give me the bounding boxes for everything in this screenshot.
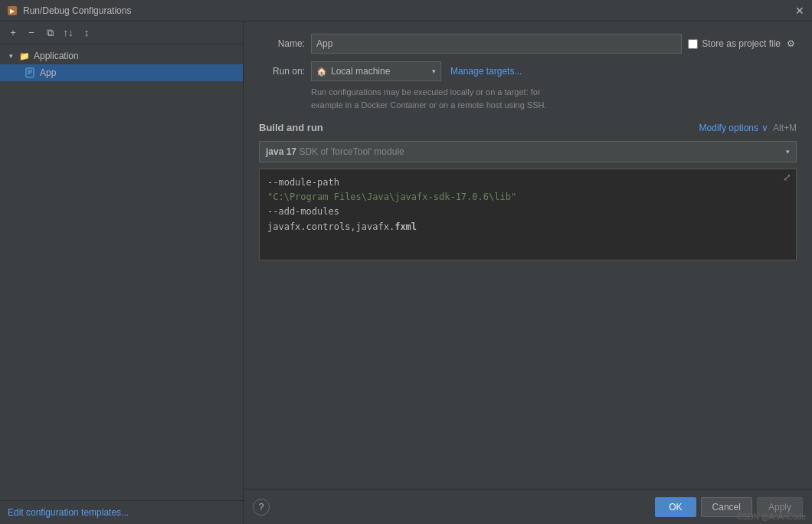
run-on-label: Run on:: [259, 66, 305, 77]
tree-expand-icon: ▾: [6, 51, 15, 61]
store-project-checkbox[interactable]: [688, 39, 698, 49]
name-input[interactable]: [311, 34, 682, 54]
add-config-button[interactable]: +: [5, 25, 21, 41]
sdk-dropdown-arrow-icon: ▾: [786, 148, 790, 156]
run-on-dropdown[interactable]: 🏠 Local machine ▾: [311, 61, 441, 81]
dialog-body: + − ⧉ ↑↓ ↕ ▾ 📁 Application: [0, 21, 812, 524]
build-run-section-header: Build and run Modify options ∨ Alt+M: [259, 122, 797, 133]
modify-options-area: Modify options ∨ Alt+M: [699, 123, 797, 133]
dialog-title: Run/Debug Configurations: [23, 5, 794, 16]
code-line-1: --module-path: [267, 175, 788, 190]
dropdown-arrow-icon: ▾: [432, 67, 436, 75]
svg-text:▶: ▶: [10, 8, 15, 15]
svg-rect-2: [26, 68, 34, 77]
code-line-3: --add-modules: [267, 205, 788, 219]
tree-application-group[interactable]: ▾ 📁 Application: [0, 47, 243, 64]
watermark: CSDN @AnAnCode: [737, 513, 806, 521]
config-icon: [25, 67, 37, 79]
code-line-2: "C:\Program Files\Java\javafx-sdk-17.0.6…: [267, 190, 788, 205]
left-panel: + − ⧉ ↑↓ ↕ ▾ 📁 Application: [0, 21, 244, 524]
config-form: Name: Store as project file ⚙ Run on: 🏠 …: [244, 21, 812, 489]
code-line-4: javafx.controls,javafx.fxml: [267, 220, 788, 234]
shortcut-hint: Alt+M: [773, 123, 797, 133]
tree-app-item[interactable]: App: [0, 64, 243, 81]
sdk-desc: SDK of 'forceTool' module: [299, 146, 404, 157]
app-item-label: App: [40, 67, 56, 78]
name-label: Name:: [259, 38, 305, 49]
help-button[interactable]: ?: [253, 499, 270, 516]
bottom-bar: ? OK Cancel Apply: [244, 489, 812, 524]
expand-editor-button[interactable]: ⤢: [781, 172, 793, 185]
run-on-info-text: Run configurations may be executed local…: [311, 86, 797, 111]
modify-options-label: Modify options: [699, 123, 758, 133]
config-tree: ▾ 📁 Application App: [0, 44, 243, 500]
name-row: Name: Store as project file ⚙: [259, 34, 797, 54]
title-bar: ▶ Run/Debug Configurations ✕: [0, 0, 812, 21]
store-project-label: Store as project file: [702, 38, 781, 49]
edit-config-templates-link[interactable]: Edit configuration templates...: [0, 500, 243, 524]
config-toolbar: + − ⧉ ↑↓ ↕: [0, 21, 243, 44]
store-project-area: Store as project file ⚙: [688, 38, 797, 50]
close-button[interactable]: ✕: [794, 5, 806, 17]
run-on-row: Run on: 🏠 Local machine ▾ Manage targets…: [259, 61, 797, 81]
sdk-text: java 17 SDK of 'forceTool' module: [266, 146, 404, 157]
sdk-version: java 17: [266, 146, 296, 157]
app-icon: ▶: [6, 5, 18, 17]
ok-button[interactable]: OK: [655, 497, 696, 517]
folder-icon: 📁: [18, 50, 31, 62]
sort-config-button[interactable]: ↕: [78, 25, 95, 41]
store-gear-icon[interactable]: ⚙: [784, 38, 797, 50]
home-icon: 🏠: [316, 67, 327, 77]
move-config-button[interactable]: ↑↓: [60, 25, 77, 41]
modify-options-arrow-icon: ∨: [761, 123, 768, 133]
right-panel: Name: Store as project file ⚙ Run on: 🏠 …: [244, 21, 812, 524]
run-on-value: Local machine: [331, 66, 428, 77]
build-run-title: Build and run: [259, 122, 323, 133]
modify-options-button[interactable]: Modify options ∨: [699, 123, 768, 133]
sdk-dropdown[interactable]: java 17 SDK of 'forceTool' module ▾: [259, 141, 797, 162]
name-input-wrap: [311, 34, 682, 54]
code-editor[interactable]: ⤢ --module-path "C:\Program Files\Java\j…: [259, 169, 797, 260]
manage-targets-link[interactable]: Manage targets...: [450, 66, 522, 77]
application-group-label: Application: [34, 51, 79, 61]
remove-config-button[interactable]: −: [23, 25, 40, 41]
copy-config-button[interactable]: ⧉: [41, 25, 58, 41]
